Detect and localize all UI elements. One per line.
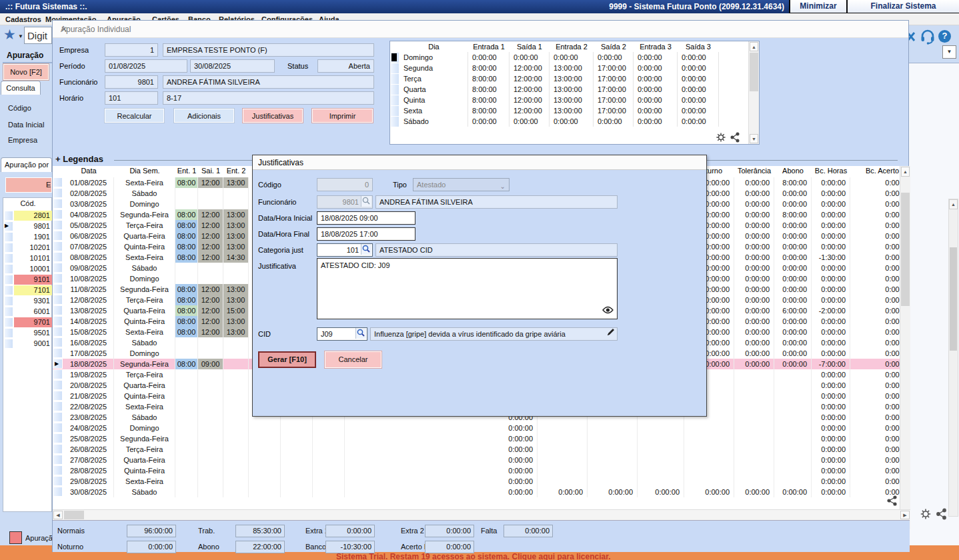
grid-cell-bch[interactable]: 0:00:00 bbox=[812, 465, 850, 476]
grid-cell-bca[interactable]: 0:00:00 bbox=[850, 380, 900, 391]
schedule-time-cell[interactable]: 0:00:00 bbox=[678, 105, 719, 116]
funcionario-code-field[interactable]: 9801 bbox=[105, 75, 158, 89]
grid-cell-d[interactable]: 09/08/2025 bbox=[63, 263, 114, 273]
grid-cell-w[interactable]: Domingo bbox=[114, 273, 175, 284]
grid-cell-e1[interactable]: 08:00 bbox=[175, 327, 198, 337]
periodo-end-field[interactable]: 30/08/2025 bbox=[190, 59, 275, 73]
code-list-item[interactable]: ▶9801 bbox=[3, 221, 53, 232]
grid-cell-w[interactable]: Segunda-Feira bbox=[114, 284, 175, 295]
grid-cell-bch[interactable]: 0:00:00 bbox=[812, 455, 850, 465]
grid-cell-s2[interactable] bbox=[249, 476, 281, 487]
scroll-thumb[interactable] bbox=[750, 53, 758, 91]
grid-cell-tol[interactable]: 0:00:00 bbox=[734, 337, 774, 348]
grid-cell-w[interactable]: Quarta-Feira bbox=[114, 231, 175, 241]
legendas-toggle[interactable]: + Legendas bbox=[55, 154, 103, 164]
grid-cell-bca[interactable]: 0:00:00 bbox=[850, 444, 900, 455]
row-selector-cell[interactable] bbox=[4, 264, 13, 274]
menu-item-0[interactable]: Cadastros bbox=[5, 15, 41, 23]
grid-cell-e1[interactable] bbox=[175, 199, 198, 209]
grid-cell-ex2[interactable] bbox=[588, 444, 638, 455]
grid-cell-s1[interactable] bbox=[198, 412, 223, 423]
grid-cell-abo[interactable]: 6:00:00 bbox=[774, 305, 812, 316]
grid-cell-bch[interactable]: 0:00:00 bbox=[812, 220, 850, 231]
horario-code-field[interactable]: 101 bbox=[105, 91, 158, 105]
grid-cell-s1[interactable]: 12:00 bbox=[198, 231, 223, 241]
row-selector-cell[interactable] bbox=[53, 465, 63, 475]
grid-cell-e1[interactable] bbox=[175, 487, 198, 497]
grid-cell-bca[interactable]: 0:00:00 bbox=[850, 401, 900, 412]
grid-cell-abo[interactable]: 0:00:00 bbox=[774, 337, 812, 348]
row-selector-cell[interactable] bbox=[53, 391, 63, 401]
grid-cell-abo[interactable] bbox=[774, 380, 812, 391]
row-selector-cell[interactable] bbox=[53, 327, 63, 337]
schedule-time-cell[interactable]: 0:00:00 bbox=[634, 73, 678, 84]
grid-vertical-scrollbar[interactable] bbox=[900, 166, 910, 529]
grid-cell-d[interactable]: 01/08/2025 bbox=[63, 177, 114, 188]
row-selector-cell[interactable] bbox=[53, 305, 63, 315]
grid-cell-e2[interactable] bbox=[223, 433, 249, 444]
grid-cell-e2[interactable] bbox=[223, 465, 249, 476]
grid-cell-d[interactable]: 02/08/2025 bbox=[63, 188, 114, 199]
scroll-left-arrow[interactable] bbox=[53, 511, 63, 519]
grid-cell-w[interactable]: Segunda-Feira bbox=[114, 359, 175, 369]
grid-cell-bca[interactable]: 0:00:00 bbox=[850, 241, 900, 252]
grid-cell-d[interactable]: 25/08/2025 bbox=[63, 433, 114, 444]
schedule-time-cell[interactable]: 12:00:00 bbox=[510, 73, 550, 84]
grid-cell-e2[interactable]: 15:00 bbox=[223, 305, 249, 316]
grid-cell-s1[interactable]: 12:00 bbox=[198, 295, 223, 305]
grid-cell-d[interactable]: 13/08/2025 bbox=[63, 305, 114, 316]
grid-cell-abo[interactable] bbox=[774, 423, 812, 433]
grid-cell-e2[interactable] bbox=[223, 380, 249, 391]
schedule-time-cell[interactable]: 0:00:00 bbox=[550, 52, 594, 63]
code-list-item[interactable]: 7101 bbox=[3, 285, 53, 296]
schedule-time-cell[interactable]: 0:00:00 bbox=[550, 116, 594, 127]
grid-cell-s1[interactable] bbox=[198, 199, 223, 209]
grid-cell-s2[interactable] bbox=[249, 487, 281, 497]
grid-cell-tol[interactable] bbox=[734, 391, 774, 401]
grid-cell-d[interactable]: 18/08/2025 bbox=[63, 359, 114, 369]
grid-cell-bca[interactable]: 0:00:00 bbox=[850, 316, 900, 327]
grid-cell-bch[interactable]: 0:00:00 bbox=[812, 476, 850, 487]
schedule-time-cell[interactable]: 0:00:00 bbox=[634, 84, 678, 95]
code-list-item[interactable]: 2801 bbox=[3, 211, 53, 221]
toolbar-dropdown-button[interactable] bbox=[942, 45, 956, 59]
grid-cell-abo[interactable]: 0:00:00 bbox=[774, 188, 812, 199]
grid-cell-trab[interactable]: 0:00:00 bbox=[345, 455, 538, 465]
grid-cell-e1[interactable] bbox=[175, 348, 198, 359]
imprimir-button[interactable]: Imprimir bbox=[312, 109, 373, 123]
grid-cell-w[interactable]: Sábado bbox=[114, 487, 175, 497]
support-headset-icon[interactable] bbox=[920, 29, 936, 46]
grid-cell-bch[interactable]: 0:00:00 bbox=[812, 433, 850, 444]
schedule-time-cell[interactable]: 17:00:00 bbox=[594, 105, 634, 116]
grid-cell-e1[interactable] bbox=[175, 273, 198, 284]
grid-cell-d[interactable]: 27/08/2025 bbox=[63, 455, 114, 465]
grid-cell-bca[interactable]: 0:00:00 bbox=[850, 423, 900, 433]
schedule-time-cell[interactable]: 17:00:00 bbox=[594, 95, 634, 105]
row-selector-cell[interactable] bbox=[4, 317, 13, 327]
grid-cell-w[interactable]: Sexta-Feira bbox=[114, 252, 175, 263]
empresa-code-field[interactable]: 1 bbox=[105, 43, 158, 57]
grid-cell-e1[interactable] bbox=[175, 188, 198, 199]
grid-cell-e1[interactable] bbox=[175, 380, 198, 391]
grid-cell-bca[interactable]: 0:00:00 bbox=[850, 188, 900, 199]
grid-cell-bch[interactable]: 0:00:00 bbox=[812, 380, 850, 391]
grid-cell-abo[interactable]: 0:00:00 bbox=[774, 359, 812, 369]
grid-cell-w[interactable]: Domingo bbox=[114, 199, 175, 209]
schedule-time-cell[interactable]: 12:00:00 bbox=[510, 63, 550, 73]
grid-cell-trab[interactable]: 0:00:00 bbox=[345, 465, 538, 476]
row-selector-cell[interactable] bbox=[4, 211, 13, 221]
grid-cell-e1[interactable]: 08:00 bbox=[175, 305, 198, 316]
schedule-time-cell[interactable]: 12:00:00 bbox=[510, 105, 550, 116]
schedule-time-cell[interactable]: 12:00:00 bbox=[510, 84, 550, 95]
justificativa-textarea[interactable]: ATESTADO CID: J09 bbox=[317, 258, 618, 319]
grid-cell-tol[interactable]: 0:00:00 bbox=[734, 209, 774, 220]
row-selector-cell[interactable] bbox=[391, 74, 399, 84]
grid-cell-w[interactable]: Sexta-Feira bbox=[114, 401, 175, 412]
grid-cell-bca[interactable]: 0:00:00 bbox=[850, 273, 900, 284]
grid-cell-s1[interactable]: 12:00 bbox=[198, 220, 223, 231]
row-selector-cell[interactable] bbox=[53, 487, 63, 497]
grid-cell-bca[interactable]: 0:00:00 bbox=[850, 284, 900, 295]
grid-cell-tol[interactable]: 0:00:00 bbox=[734, 263, 774, 273]
grid-cell-s3[interactable] bbox=[313, 465, 345, 476]
code-list-item[interactable]: 9001 bbox=[3, 339, 53, 349]
